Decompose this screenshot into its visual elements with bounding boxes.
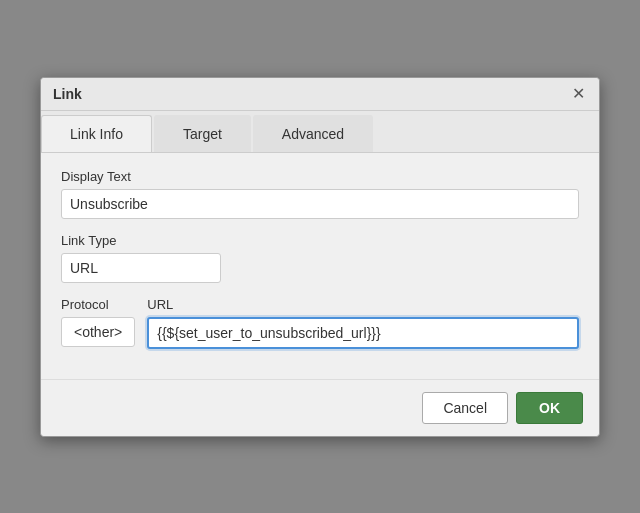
display-text-label: Display Text [61, 169, 579, 184]
dialog-overlay: Link ✕ Link Info Target Advanced Display… [0, 0, 640, 513]
url-group: URL [147, 297, 579, 349]
url-input[interactable] [147, 317, 579, 349]
tab-target[interactable]: Target [154, 115, 251, 152]
protocol-group: Protocol <other> [61, 297, 135, 347]
url-label: URL [147, 297, 579, 312]
protocol-label: Protocol [61, 297, 135, 312]
display-text-group: Display Text [61, 169, 579, 219]
dialog-title: Link [53, 86, 82, 102]
protocol-button[interactable]: <other> [61, 317, 135, 347]
dialog-body: Display Text Link Type Protocol <other> … [41, 153, 599, 379]
ok-button[interactable]: OK [516, 392, 583, 424]
link-type-input[interactable] [61, 253, 221, 283]
display-text-input[interactable] [61, 189, 579, 219]
dialog-footer: Cancel OK [41, 379, 599, 436]
tabs-container: Link Info Target Advanced [41, 111, 599, 153]
tab-link-info[interactable]: Link Info [41, 115, 152, 152]
close-button[interactable]: ✕ [570, 86, 587, 102]
dialog-titlebar: Link ✕ [41, 78, 599, 111]
cancel-button[interactable]: Cancel [422, 392, 508, 424]
link-type-label: Link Type [61, 233, 579, 248]
link-type-group: Link Type [61, 233, 579, 283]
protocol-url-row: Protocol <other> URL [61, 297, 579, 363]
tab-advanced[interactable]: Advanced [253, 115, 373, 152]
link-dialog: Link ✕ Link Info Target Advanced Display… [40, 77, 600, 437]
